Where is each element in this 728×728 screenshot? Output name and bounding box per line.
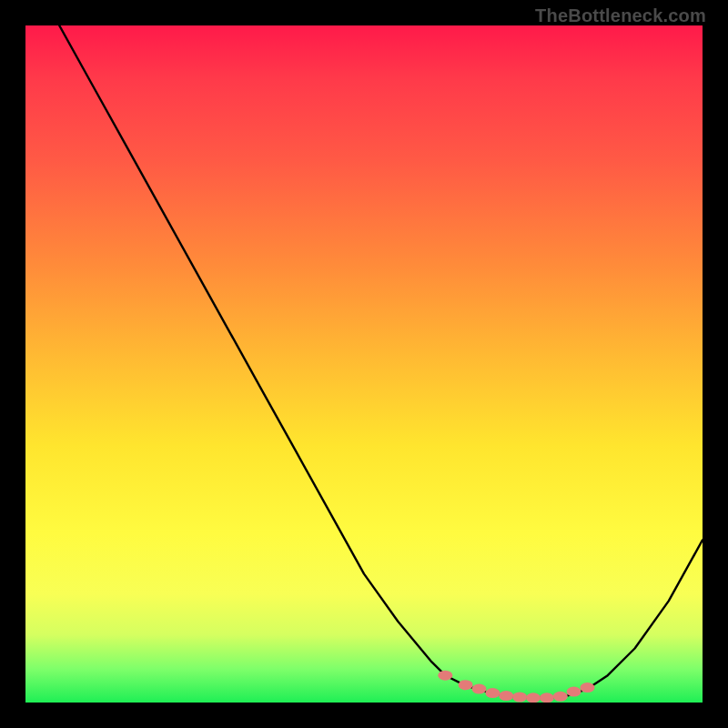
chart-container: TheBottleneck.com (0, 0, 728, 728)
highlight-marker (512, 693, 527, 703)
plot-area (25, 25, 703, 703)
highlight-marker (567, 687, 581, 697)
highlight-marker (438, 671, 452, 681)
chart-svg (25, 25, 703, 703)
highlight-marker (459, 680, 473, 690)
highlight-marker (472, 684, 487, 694)
highlight-marker (540, 693, 554, 703)
highlight-marker (553, 692, 568, 702)
watermark-text: TheBottleneck.com (535, 5, 706, 26)
highlight-marker (499, 691, 513, 701)
bottleneck-curve (59, 25, 703, 698)
highlight-marker (485, 688, 500, 698)
highlight-marker (526, 693, 541, 703)
highlight-marker (581, 682, 595, 693)
